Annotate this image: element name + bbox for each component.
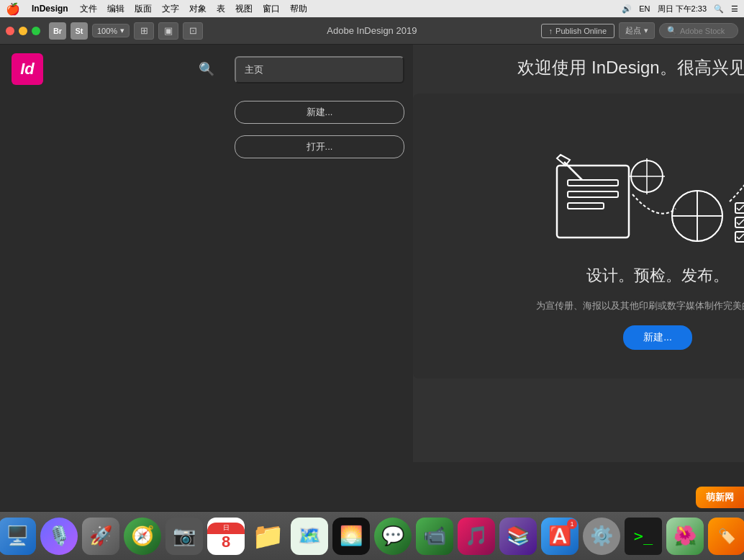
dock-appstore[interactable]: 🅰️ 1 bbox=[541, 518, 579, 555]
publish-online-button[interactable]: ↑ Publish Online bbox=[541, 24, 614, 38]
menu-bar-right: 🔊 EN 周日 下午2:33 🔍 ☰ bbox=[622, 4, 738, 14]
hero-subtitle: 为宣传册、海报以及其他印刷或数字媒体制作完美的布局。 bbox=[536, 299, 744, 312]
stock-search-placeholder: Adobe Stock bbox=[680, 27, 725, 35]
search-icon[interactable]: 🔍 bbox=[714, 4, 724, 14]
dock-finder[interactable]: 🖥️ bbox=[0, 518, 36, 555]
datetime: 周日 下午2:33 bbox=[658, 4, 707, 14]
svg-rect-1 bbox=[568, 180, 618, 186]
menu-object[interactable]: 对象 bbox=[189, 3, 207, 15]
view-toggle-2[interactable]: ▣ bbox=[158, 22, 178, 40]
input-method: EN bbox=[639, 4, 650, 13]
svg-rect-11 bbox=[735, 217, 744, 227]
view-toggle-3[interactable]: ⊡ bbox=[183, 22, 203, 40]
fullscreen-button[interactable] bbox=[32, 27, 40, 35]
start-dropdown-icon: ▾ bbox=[644, 26, 648, 35]
app-toolbar: Br St 100% ▾ ⊞ ▣ ⊡ Adobe InDesign 2019 ↑… bbox=[0, 17, 744, 45]
dock-calendar[interactable]: 日 8 bbox=[207, 518, 245, 555]
svg-rect-2 bbox=[568, 191, 618, 197]
zoom-value: 100% bbox=[97, 27, 117, 35]
adobe-stock-search[interactable]: 🔍 Adobe Stock bbox=[659, 23, 738, 38]
dock: 🖥️ 🎙️ 🚀 🧭 📷 日 8 📁 🗺️ 🌅 💬 📹 🎵 bbox=[0, 511, 744, 560]
home-button[interactable]: 主页 bbox=[235, 56, 404, 83]
welcome-title: 欢迎使用 InDesign。很高兴见到您。 bbox=[517, 56, 744, 79]
upload-icon: ↑ bbox=[549, 27, 553, 35]
app-body: Id 🔍 主页 新建... 打开... 欢迎使用 InDesign。很高兴见到您… bbox=[0, 45, 744, 511]
stock-search-icon: 🔍 bbox=[667, 26, 677, 35]
menu-items: 文件 编辑 版面 文字 对象 表 视图 窗口 帮助 bbox=[80, 3, 307, 15]
dock-facetime[interactable]: 📹 bbox=[416, 518, 453, 555]
dock-maps[interactable]: 🗺️ bbox=[291, 518, 328, 555]
stock-badge[interactable]: St bbox=[71, 22, 88, 40]
dock-photos[interactable]: 📷 bbox=[165, 518, 203, 555]
main-content: 欢迎使用 InDesign。很高兴见到您。 bbox=[413, 45, 744, 462]
dock-photos2[interactable]: 🌅 bbox=[332, 518, 370, 555]
hero-illustration bbox=[514, 122, 744, 252]
sidebar: 主页 新建... 打开... bbox=[226, 45, 413, 462]
menu-extra-icon[interactable]: ☰ bbox=[731, 4, 738, 14]
svg-rect-0 bbox=[557, 166, 629, 238]
minimize-button[interactable] bbox=[19, 27, 27, 35]
open-document-button[interactable]: 打开... bbox=[235, 135, 404, 158]
apple-menu[interactable]: 🍎 bbox=[6, 2, 20, 16]
dock-launchpad[interactable]: 🚀 bbox=[82, 518, 119, 555]
dock-messages[interactable]: 💬 bbox=[374, 518, 412, 555]
dock-music[interactable]: 🎵 bbox=[458, 518, 495, 555]
menu-edit[interactable]: 编辑 bbox=[107, 3, 124, 15]
close-button[interactable] bbox=[6, 27, 14, 35]
indesign-logo: Id bbox=[12, 53, 43, 85]
menu-help[interactable]: 帮助 bbox=[290, 3, 307, 15]
svg-rect-3 bbox=[568, 203, 604, 209]
watermark-text: 萌新网 bbox=[706, 492, 734, 502]
hero-tagline: 设计。预检。发布。 bbox=[586, 265, 729, 286]
zoom-control[interactable]: 100% ▾ bbox=[92, 24, 130, 37]
new-document-button[interactable]: 新建... bbox=[235, 101, 404, 124]
dock-plant[interactable]: 🌺 bbox=[666, 518, 704, 555]
menu-text[interactable]: 文字 bbox=[162, 3, 179, 15]
hero-new-button[interactable]: 新建... bbox=[623, 325, 692, 350]
dock-books[interactable]: 📚 bbox=[499, 518, 537, 555]
watermark: 萌新网 bbox=[696, 487, 744, 508]
start-dropdown[interactable]: 起点 ▾ bbox=[619, 22, 655, 39]
dock-terminal[interactable]: >_ bbox=[625, 518, 662, 555]
dock-siri[interactable]: 🎙️ bbox=[40, 518, 78, 555]
dock-systemprefs[interactable]: ⚙️ bbox=[583, 518, 620, 555]
hero-card: 设计。预检。发布。 为宣传册、海报以及其他印刷或数字媒体制作完美的布局。 新建.… bbox=[413, 94, 744, 379]
menu-table[interactable]: 表 bbox=[217, 3, 225, 15]
menu-layout[interactable]: 版面 bbox=[135, 3, 152, 15]
app-name-menu[interactable]: InDesign bbox=[32, 4, 68, 14]
zoom-dropdown-icon: ▾ bbox=[120, 26, 124, 35]
header-search-icon[interactable]: 🔍 bbox=[199, 61, 214, 77]
macos-menu-bar: 🍎 InDesign 文件 编辑 版面 文字 对象 表 视图 窗口 帮助 🔊 E… bbox=[0, 0, 744, 17]
dock-folder[interactable]: 📁 bbox=[249, 518, 286, 555]
welcome-area: 欢迎使用 InDesign。很高兴见到您。 bbox=[413, 56, 744, 379]
dock-watermark[interactable]: 🏷️ bbox=[708, 518, 744, 555]
hero-svg bbox=[514, 122, 744, 252]
svg-rect-10 bbox=[735, 203, 744, 213]
menu-window[interactable]: 窗口 bbox=[263, 3, 280, 15]
volume-icon: 🔊 bbox=[622, 4, 632, 14]
view-toggle-1[interactable]: ⊞ bbox=[134, 22, 154, 40]
traffic-lights bbox=[6, 27, 40, 35]
id-logo-area: Id 🔍 bbox=[0, 45, 226, 94]
dock-safari[interactable]: 🧭 bbox=[124, 518, 161, 555]
menu-view[interactable]: 视图 bbox=[235, 3, 253, 15]
menu-file[interactable]: 文件 bbox=[80, 3, 97, 15]
app-title: Adobe InDesign 2019 bbox=[207, 25, 536, 36]
publish-online-label: Publish Online bbox=[555, 27, 607, 35]
svg-marker-5 bbox=[557, 155, 570, 166]
svg-rect-12 bbox=[735, 232, 744, 242]
bridge-badge[interactable]: Br bbox=[49, 22, 66, 40]
start-label: 起点 bbox=[625, 25, 641, 36]
